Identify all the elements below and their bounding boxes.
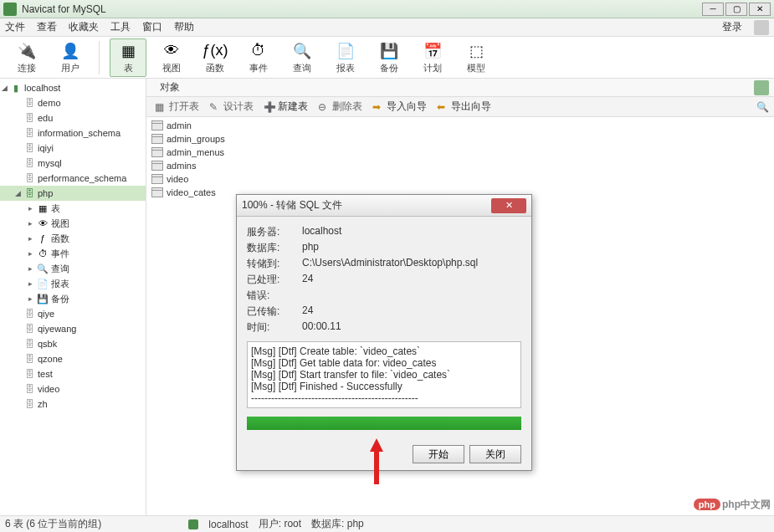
table-icon: ▦: [118, 41, 138, 61]
dump-sql-dialog: 100% - 转储 SQL 文件 ✕ 服务器:localhost 数据库:php…: [236, 194, 532, 471]
tool-connection[interactable]: 🔌连接: [8, 38, 45, 77]
tree-db[interactable]: 🗄video: [0, 381, 146, 396]
user-avatar-icon[interactable]: [754, 20, 769, 35]
delete-table-button[interactable]: ⊖删除表: [315, 98, 366, 115]
tree-backups[interactable]: ▸💾备份: [0, 291, 146, 306]
report-icon: 📄: [336, 41, 356, 61]
tree-queries[interactable]: ▸🔍查询: [0, 261, 146, 276]
import-button[interactable]: ➡导入向导: [369, 98, 430, 115]
tree-events[interactable]: ▸⏱事件: [0, 246, 146, 261]
status-count: 6 表 (6 位于当前的组): [5, 517, 101, 531]
open-icon: ▦: [155, 101, 167, 113]
tree-connection[interactable]: ◢▮localhost: [0, 80, 146, 95]
menu-help[interactable]: 帮助: [174, 20, 194, 34]
disk-icon: 💾: [379, 41, 399, 61]
tool-model[interactable]: ⬚模型: [458, 38, 495, 77]
tree-db[interactable]: 🗄edu: [0, 110, 146, 125]
tree-views[interactable]: ▸👁视图: [0, 216, 146, 231]
tool-schedule[interactable]: 📅计划: [414, 38, 451, 77]
tree-db[interactable]: 🗄information_schema: [0, 125, 146, 141]
database-icon: 🗄: [23, 127, 35, 139]
menu-file[interactable]: 文件: [5, 20, 25, 34]
tool-view[interactable]: 👁视图: [153, 38, 190, 77]
server-icon: ▮: [10, 82, 22, 94]
plug-icon: 🔌: [17, 41, 37, 61]
model-icon: ⬚: [466, 41, 486, 61]
tree-reports[interactable]: ▸📄报表: [0, 276, 146, 291]
start-button[interactable]: 开始: [413, 445, 464, 463]
table-row[interactable]: admin: [148, 119, 772, 132]
dialog-titlebar[interactable]: 100% - 转储 SQL 文件 ✕: [237, 195, 531, 217]
minimize-button[interactable]: ─: [702, 3, 724, 16]
tree-functions[interactable]: ▸ƒ函数: [0, 231, 146, 246]
tree-db[interactable]: 🗄demo: [0, 95, 146, 110]
tool-table[interactable]: ▦表: [110, 38, 146, 77]
eye-icon: 👁: [161, 41, 182, 61]
report-icon: 📄: [37, 278, 49, 289]
close-button[interactable]: ✕: [749, 3, 771, 16]
tree-db[interactable]: 🗄mysql: [0, 156, 146, 171]
tool-backup[interactable]: 💾备份: [371, 38, 408, 77]
tree-db[interactable]: 🗄qiyewang: [0, 321, 146, 336]
tree-db[interactable]: 🗄performance_schema: [0, 171, 146, 186]
user-icon: 👤: [60, 41, 80, 61]
database-icon: 🗄: [23, 383, 35, 395]
search-icon: 🔍: [292, 41, 312, 61]
tree-db[interactable]: 🗄qsbk: [0, 336, 146, 351]
log-line: [Msg] [Dtf] Create table: `video_cates`: [251, 345, 517, 357]
menu-favorites[interactable]: 收藏夹: [69, 20, 99, 34]
progress-bar: [247, 417, 521, 430]
menu-tools[interactable]: 工具: [110, 20, 131, 34]
tab-objects[interactable]: 对象: [151, 79, 188, 96]
tool-user[interactable]: 👤用户: [52, 38, 89, 77]
database-icon: 🗄: [23, 368, 35, 380]
database-icon: 🗄: [23, 97, 35, 109]
connection-tree[interactable]: ◢▮localhost 🗄demo 🗄edu 🗄information_sche…: [0, 79, 146, 515]
tree-db[interactable]: 🗄zh: [0, 396, 146, 412]
database-icon: 🗄: [23, 142, 35, 154]
tree-db[interactable]: 🗄qzone: [0, 351, 146, 366]
function-icon: ƒ(x): [205, 41, 225, 61]
table-icon: [151, 147, 163, 157]
tool-report[interactable]: 📄报表: [327, 38, 364, 77]
login-link[interactable]: 登录: [722, 20, 742, 34]
maximize-button[interactable]: ▢: [725, 3, 747, 16]
database-icon: 🗄: [23, 112, 35, 124]
tree-tables[interactable]: ▸▦表: [0, 201, 146, 216]
table-row[interactable]: admin_groups: [148, 132, 772, 146]
tree-db-selected[interactable]: ◢🗄php: [0, 186, 146, 201]
status-user: 用户: root: [259, 517, 301, 531]
table-icon: [151, 120, 163, 130]
search-icon: 🔍: [37, 263, 49, 274]
tree-db[interactable]: 🗄iqiyi: [0, 141, 146, 156]
menu-view[interactable]: 查看: [37, 20, 57, 34]
tool-event[interactable]: ⏱事件: [240, 38, 277, 77]
dialog-close-button[interactable]: ✕: [491, 198, 526, 213]
close-dialog-button[interactable]: 关闭: [469, 445, 521, 463]
dialog-log[interactable]: [Msg] [Dtf] Create table: `video_cates` …: [247, 341, 521, 408]
menu-window[interactable]: 窗口: [142, 20, 162, 34]
table-row[interactable]: admin_menus: [148, 146, 772, 159]
function-icon: ƒ: [37, 233, 49, 244]
table-icon: [151, 161, 163, 171]
export-button[interactable]: ⬅导出向导: [433, 98, 495, 115]
design-icon: ✎: [209, 101, 221, 113]
table-icon: [151, 134, 163, 144]
panel-toggle-icon[interactable]: [754, 80, 769, 95]
watermark: phpphp中文网: [694, 497, 771, 512]
open-table-button[interactable]: ▦打开表: [151, 98, 202, 115]
status-bar: 6 表 (6 位于当前的组) localhost 用户: root 数据库: p…: [0, 515, 774, 532]
table-row[interactable]: admins: [148, 159, 772, 172]
log-line: [Msg] [Dtf] Get table data for: video_ca…: [251, 357, 517, 369]
path-label: 转储到:: [247, 257, 302, 271]
design-table-button[interactable]: ✎设计表: [206, 98, 257, 115]
processed-value: 24: [302, 273, 313, 287]
new-table-button[interactable]: ➕新建表: [260, 98, 311, 115]
tool-query[interactable]: 🔍查询: [284, 38, 320, 77]
tool-function[interactable]: ƒ(x)函数: [197, 38, 233, 77]
tree-db[interactable]: 🗄qiye: [0, 306, 146, 321]
path-value: C:\Users\Administrator\Desktop\php.sql: [302, 257, 478, 271]
tree-db[interactable]: 🗄test: [0, 366, 146, 381]
search-icon[interactable]: 🔍: [756, 101, 769, 113]
table-row[interactable]: video: [148, 172, 772, 186]
